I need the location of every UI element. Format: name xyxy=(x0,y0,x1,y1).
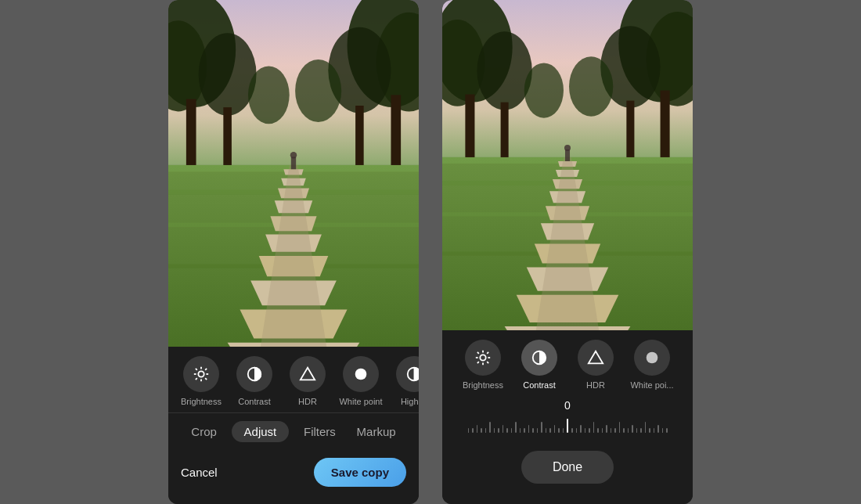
tool-brightness-right[interactable]: Brightness xyxy=(460,340,506,390)
done-button[interactable]: Done xyxy=(521,451,614,484)
left-action-row: Cancel Save copy xyxy=(168,450,419,499)
whitepoint-label-left: White point xyxy=(339,397,382,406)
whitepoint-icon-left xyxy=(343,356,379,392)
svg-line-40 xyxy=(205,369,207,370)
slider-value-display: 0 xyxy=(450,399,685,412)
left-tabs-row: Crop Adjust Filters Markup xyxy=(168,412,419,450)
save-copy-button[interactable]: Save copy xyxy=(314,458,406,487)
svg-point-53 xyxy=(477,31,531,110)
right-image-area xyxy=(442,0,693,330)
hdr-icon-left xyxy=(290,356,326,392)
svg-line-37 xyxy=(196,369,197,370)
svg-point-43 xyxy=(355,369,367,380)
tool-highlights-left[interactable]: Highl... xyxy=(391,356,419,406)
done-row: Done xyxy=(442,441,693,499)
slider-section: 0 xyxy=(442,390,693,441)
tool-hdr-right[interactable]: HDR xyxy=(573,340,618,390)
right-tools-row: Brightness Contrast xyxy=(442,340,693,390)
left-bottom-controls: Brightness Contrast xyxy=(168,347,419,504)
slider-ticks xyxy=(450,418,685,434)
svg-point-57 xyxy=(524,63,564,117)
left-phone-panel: Brightness Contrast xyxy=(168,0,419,504)
svg-line-86 xyxy=(487,352,488,354)
svg-point-31 xyxy=(290,152,297,158)
svg-line-39 xyxy=(196,378,197,380)
brightness-label-left: Brightness xyxy=(181,397,222,406)
contrast-icon-left xyxy=(236,356,272,392)
brightness-icon-right xyxy=(465,340,501,376)
slider-track[interactable] xyxy=(450,416,685,435)
svg-point-77 xyxy=(564,145,571,151)
svg-point-78 xyxy=(480,355,485,360)
svg-line-85 xyxy=(477,362,479,363)
tool-whitepoint-left[interactable]: White point xyxy=(337,356,384,406)
svg-point-12 xyxy=(295,59,341,122)
tool-hdr-left[interactable]: HDR xyxy=(284,356,331,406)
svg-point-58 xyxy=(569,56,613,116)
highlights-icon-left xyxy=(396,356,419,392)
right-image xyxy=(442,0,693,330)
svg-point-7 xyxy=(199,33,257,115)
svg-point-11 xyxy=(248,66,290,124)
whitepoint-label-right: White poi... xyxy=(630,380,673,390)
svg-point-32 xyxy=(198,371,204,376)
tool-contrast-right[interactable]: Contrast xyxy=(517,340,562,390)
left-image-area xyxy=(168,0,419,347)
svg-rect-76 xyxy=(565,149,570,161)
left-image xyxy=(168,0,419,347)
hdr-icon-right xyxy=(578,340,614,376)
tab-filters-left[interactable]: Filters xyxy=(297,422,342,441)
app-container: Brightness Contrast xyxy=(168,0,693,504)
brightness-label-right: Brightness xyxy=(463,380,503,390)
svg-line-84 xyxy=(487,362,488,363)
svg-point-89 xyxy=(647,352,658,364)
tool-whitepoint-right[interactable]: White poi... xyxy=(629,340,675,390)
right-bottom-controls: Brightness Contrast xyxy=(442,330,693,504)
contrast-icon-right xyxy=(521,340,557,376)
highlights-label-left: Highl... xyxy=(401,397,419,406)
tab-markup-left[interactable]: Markup xyxy=(351,422,402,441)
svg-line-38 xyxy=(205,378,207,380)
hdr-label-left: HDR xyxy=(298,397,317,406)
tab-adjust-left[interactable]: Adjust xyxy=(232,421,290,442)
svg-marker-42 xyxy=(301,368,315,380)
tool-contrast-left[interactable]: Contrast xyxy=(231,356,278,406)
contrast-label-right: Contrast xyxy=(523,380,556,390)
hdr-label-right: HDR xyxy=(586,380,605,390)
cancel-button[interactable]: Cancel xyxy=(181,466,218,479)
svg-rect-30 xyxy=(291,157,296,169)
right-phone-panel: Brightness Contrast xyxy=(442,0,693,504)
svg-line-83 xyxy=(477,352,479,354)
brightness-icon-left xyxy=(183,356,219,392)
svg-marker-88 xyxy=(589,351,603,364)
whitepoint-icon-right xyxy=(634,340,670,376)
tab-crop-left[interactable]: Crop xyxy=(185,422,223,441)
left-tools-row: Brightness Contrast xyxy=(168,356,419,406)
tool-brightness-left[interactable]: Brightness xyxy=(178,356,225,406)
contrast-label-left: Contrast xyxy=(238,397,271,406)
